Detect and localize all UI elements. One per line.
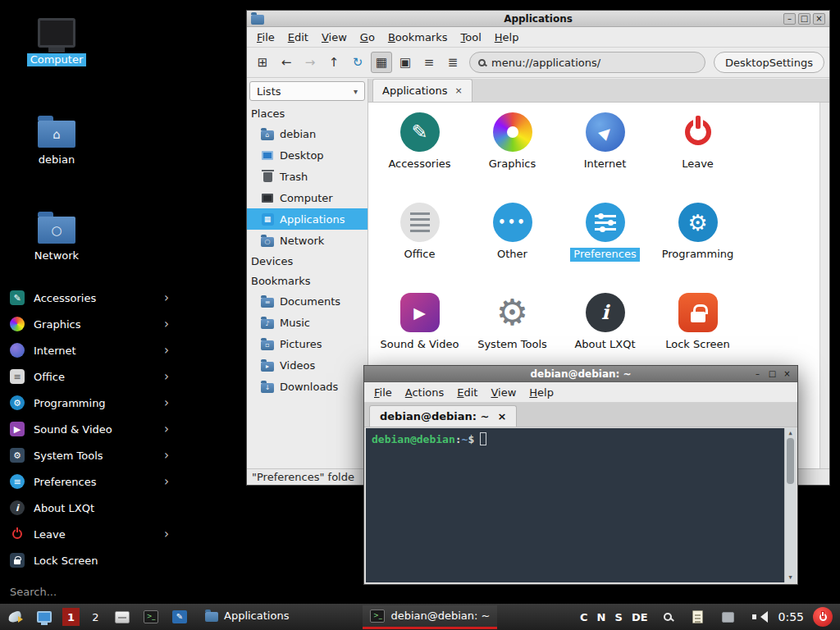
power-icon <box>678 112 718 152</box>
menu-item-preferences[interactable]: ≡ Preferences › <box>0 468 179 495</box>
speaker-icon <box>751 610 766 623</box>
menu-file[interactable]: File <box>368 384 399 401</box>
menu-item-label: Preferences <box>34 476 96 488</box>
desktop-icon-label: debian <box>35 153 78 167</box>
menu-item-lock-screen[interactable]: Lock Screen <box>0 547 179 573</box>
volume-button[interactable] <box>748 606 769 628</box>
scroll-up-icon[interactable]: ▲ <box>788 430 792 436</box>
sidebar-item-network[interactable]: ○ Network <box>247 230 368 251</box>
icon-view-button[interactable]: ▦ <box>371 52 392 73</box>
sidebar-item-pictures[interactable]: ▫ Pictures <box>247 333 368 354</box>
tab-applications[interactable]: Applications × <box>372 79 472 102</box>
fm-item-leave[interactable]: Leave <box>652 112 744 203</box>
menu-file[interactable]: File <box>250 29 281 46</box>
fm-titlebar[interactable]: Applications – □ × <box>247 11 829 27</box>
menu-item-internet[interactable]: Internet › <box>0 337 179 363</box>
sidebar-item-documents[interactable]: ≡ Documents <box>247 290 368 312</box>
clipboard-tray-button[interactable] <box>687 606 709 628</box>
minimize-button[interactable]: – <box>751 368 764 380</box>
keyboard-layout-indicator[interactable]: DE <box>632 611 648 623</box>
forward-button[interactable]: → <box>299 52 321 73</box>
desktop-icon-debian[interactable]: ⌂ debian <box>17 113 96 167</box>
sidebar-item-videos[interactable]: ▸ Videos <box>247 354 368 376</box>
menu-edit[interactable]: Edit <box>450 384 484 401</box>
quicklaunch-file-manager[interactable] <box>112 606 133 628</box>
path-bar[interactable]: menu://applications/ <box>469 52 705 73</box>
terminal-output[interactable]: debian@debian:~$ ▲ ▼ <box>366 428 796 582</box>
up-button[interactable]: ↑ <box>323 52 345 73</box>
close-button[interactable]: × <box>781 368 793 380</box>
fm-item-other[interactable]: ••• Other <box>467 203 559 293</box>
close-button[interactable]: × <box>813 13 825 25</box>
main-menu-button[interactable] <box>5 606 26 628</box>
menu-item-sound-video[interactable]: ▶ Sound & Video › <box>0 416 179 442</box>
fm-item-accessories[interactable]: ✎ Accessories <box>374 112 466 203</box>
sidebar-mode-selector[interactable]: Lists ▾ <box>249 81 365 101</box>
terminal-tab[interactable]: debian@debian: ~ × <box>369 405 517 427</box>
minimize-button[interactable]: – <box>783 13 796 25</box>
fm-item-preferences[interactable]: Preferences <box>559 203 651 293</box>
show-desktop-button[interactable] <box>34 606 55 628</box>
menu-view[interactable]: View <box>315 29 354 46</box>
desktop-icon-computer[interactable]: Computer <box>17 18 96 66</box>
fm-item-graphics[interactable]: Graphics <box>467 112 559 203</box>
reload-button[interactable]: ↻ <box>347 52 368 73</box>
menu-help[interactable]: Help <box>523 384 560 401</box>
quicklaunch-editor[interactable]: ✎ <box>169 606 190 628</box>
submenu-arrow-icon: › <box>164 369 169 384</box>
tab-close-icon[interactable]: × <box>454 85 462 96</box>
workspace-1-button[interactable]: 1 <box>62 608 80 626</box>
sidebar-item-music[interactable]: ♪ Music <box>247 312 368 333</box>
menu-edit[interactable]: Edit <box>281 29 315 46</box>
tab-close-icon[interactable]: × <box>497 410 506 422</box>
new-tab-button[interactable]: ⊞ <box>252 52 273 73</box>
menu-item-programming[interactable]: ⚙ Programming › <box>0 390 179 416</box>
thumbnail-view-button[interactable]: ▣ <box>395 52 416 73</box>
maximize-button[interactable]: □ <box>798 13 810 25</box>
maximize-button[interactable]: □ <box>766 368 778 380</box>
sidebar-item-trash[interactable]: Trash <box>247 166 368 187</box>
menu-tool[interactable]: Tool <box>454 29 488 46</box>
menu-item-label: Lock Screen <box>34 555 98 567</box>
menu-item-system-tools[interactable]: ⚙ System Tools › <box>0 442 179 468</box>
detailed-view-button[interactable]: ≣ <box>442 52 463 73</box>
search-tray-button[interactable] <box>657 606 678 628</box>
menu-bookmarks[interactable]: Bookmarks <box>381 29 454 46</box>
menu-item-graphics[interactable]: Graphics › <box>0 311 179 337</box>
task-applications[interactable]: Applications <box>198 605 296 629</box>
back-button[interactable]: ← <box>276 52 297 73</box>
sidebar-item-applications[interactable]: ▦ Applications <box>247 208 368 230</box>
compact-view-button[interactable]: ≡ <box>418 52 440 73</box>
fm-item-internet[interactable]: ▶ Internet <box>559 112 651 203</box>
menu-actions[interactable]: Actions <box>399 384 451 401</box>
quicklaunch-terminal[interactable]: >_ <box>140 606 162 628</box>
clipboard-icon <box>692 610 703 623</box>
fm-item-office[interactable]: Office <box>374 203 466 293</box>
task-terminal[interactable]: >_ debian@debian: ~ <box>363 605 497 629</box>
vertical-scrollbar[interactable] <box>819 103 829 468</box>
menu-search-input[interactable] <box>10 586 169 598</box>
terminal-titlebar[interactable]: debian@debian: ~ – □ × <box>364 366 797 382</box>
scrollbar-thumb[interactable] <box>787 438 794 484</box>
path-segment-desktopsettings[interactable]: DesktopSettings <box>714 52 824 73</box>
menu-item-about-lxqt[interactable]: i About LXQt <box>0 495 179 521</box>
sidebar-item-downloads[interactable]: ↓ Downloads <box>247 376 368 397</box>
sidebar-item-debian[interactable]: ⌂ debian <box>247 123 368 144</box>
menu-item-accessories[interactable]: ✎ Accessories › <box>0 285 179 311</box>
fm-item-programming[interactable]: ⚙ Programming <box>652 203 744 293</box>
menu-item-office[interactable]: ≡ Office › <box>0 363 179 390</box>
desktop-icon-network[interactable]: ○ Network <box>17 209 96 262</box>
menu-go[interactable]: Go <box>354 29 381 46</box>
clock[interactable]: 0:55 <box>778 610 804 623</box>
workspace-2-button[interactable]: 2 <box>87 608 104 626</box>
fm-item-label: Other <box>494 248 531 262</box>
sidebar-item-computer[interactable]: Computer <box>247 187 368 208</box>
leave-button[interactable] <box>813 607 833 627</box>
sidebar-item-desktop[interactable]: Desktop <box>247 144 368 166</box>
scroll-down-icon[interactable]: ▼ <box>788 574 792 581</box>
menu-item-leave[interactable]: Leave › <box>0 521 179 547</box>
terminal-scrollbar[interactable]: ▲ ▼ <box>784 428 796 582</box>
menu-help[interactable]: Help <box>488 29 526 46</box>
menu-view[interactable]: View <box>484 384 523 401</box>
removable-media-button[interactable] <box>718 606 739 628</box>
